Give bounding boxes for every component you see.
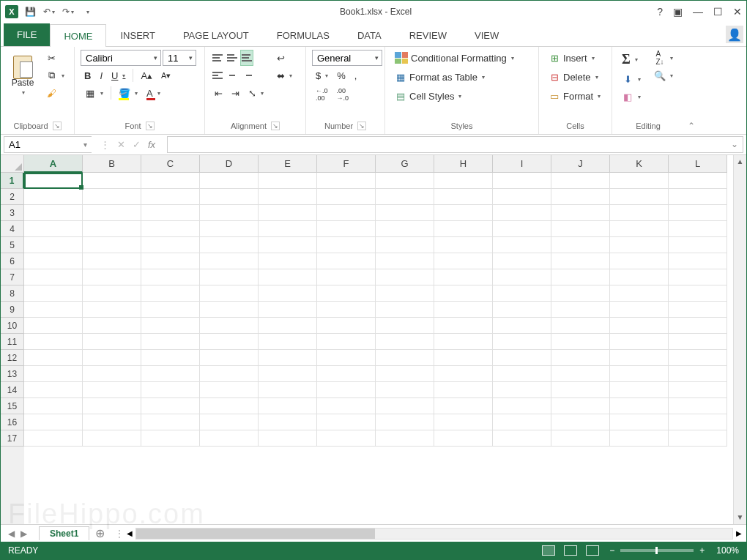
cell-G17[interactable] [376, 430, 434, 447]
cell-F5[interactable] [317, 237, 376, 253]
decrease-indent-button[interactable]: ⇤ [211, 85, 226, 101]
align-bottom-button[interactable] [240, 50, 253, 66]
hscroll-right-icon[interactable]: ▶ [736, 529, 742, 537]
cell-F6[interactable] [317, 253, 376, 269]
cell-B2[interactable] [83, 189, 141, 205]
cell-K1[interactable] [610, 173, 669, 189]
cell-L16[interactable] [669, 414, 727, 430]
cell-B17[interactable] [83, 430, 141, 447]
tab-insert[interactable]: INSERT [106, 23, 168, 46]
cell-E14[interactable] [259, 382, 317, 398]
cell-E5[interactable] [259, 237, 317, 253]
cell-A16[interactable] [24, 414, 83, 430]
view-normal-icon[interactable] [542, 545, 555, 556]
conditional-formatting-button[interactable]: Conditional Formatting▾ [391, 50, 532, 66]
tab-page-layout[interactable]: PAGE LAYOUT [169, 23, 263, 46]
cell-J8[interactable] [551, 285, 610, 302]
cell-E3[interactable] [259, 205, 317, 221]
view-page-break-icon[interactable] [586, 545, 599, 556]
cell-I16[interactable] [493, 414, 551, 430]
cell-D16[interactable] [200, 414, 259, 430]
zoom-value[interactable]: 100% [716, 545, 739, 556]
cell-D2[interactable] [200, 189, 259, 205]
qat-customize-icon[interactable]: ▾ [80, 4, 94, 19]
tab-formulas[interactable]: FORMULAS [263, 23, 343, 46]
column-header-G[interactable]: G [376, 155, 434, 173]
insert-function-icon[interactable]: fx [148, 139, 155, 150]
font-dialog-icon[interactable]: ↘ [146, 122, 155, 130]
cell-G15[interactable] [376, 398, 434, 414]
column-header-E[interactable]: E [259, 155, 317, 173]
cell-C10[interactable] [141, 318, 200, 334]
cell-B4[interactable] [83, 221, 141, 237]
cell-G11[interactable] [376, 334, 434, 350]
cell-H9[interactable] [434, 302, 493, 318]
tab-review[interactable]: REVIEW [395, 23, 461, 46]
select-all-corner[interactable] [1, 155, 24, 173]
cell-H4[interactable] [434, 221, 493, 237]
cell-D1[interactable] [200, 173, 259, 189]
collapse-ribbon-icon[interactable]: ⌃ [688, 121, 695, 131]
cell-K7[interactable] [610, 269, 669, 285]
cell-J17[interactable] [551, 430, 610, 447]
cell-B1[interactable] [83, 173, 141, 189]
cell-L10[interactable] [669, 318, 727, 334]
cell-E8[interactable] [259, 285, 317, 302]
cell-C9[interactable] [141, 302, 200, 318]
cell-I13[interactable] [493, 366, 551, 382]
cell-E4[interactable] [259, 221, 317, 237]
cell-K6[interactable] [610, 253, 669, 269]
cell-G13[interactable] [376, 366, 434, 382]
cell-I6[interactable] [493, 253, 551, 269]
cell-E11[interactable] [259, 334, 317, 350]
cell-B3[interactable] [83, 205, 141, 221]
cell-A17[interactable] [24, 430, 83, 447]
cell-K15[interactable] [610, 398, 669, 414]
cell-K17[interactable] [610, 430, 669, 447]
shrink-font-button[interactable]: A▾ [157, 67, 174, 83]
cell-C2[interactable] [141, 189, 200, 205]
help-icon[interactable]: ? [657, 6, 663, 18]
cell-C13[interactable] [141, 366, 200, 382]
cell-H1[interactable] [434, 173, 493, 189]
cell-L8[interactable] [669, 285, 727, 302]
cell-I11[interactable] [493, 334, 551, 350]
comma-button[interactable]: , [351, 67, 361, 83]
percent-button[interactable]: % [333, 67, 349, 83]
cell-A14[interactable] [24, 382, 83, 398]
borders-button[interactable]: ▦▾ [81, 85, 107, 101]
cell-H5[interactable] [434, 237, 493, 253]
cell-K2[interactable] [610, 189, 669, 205]
cell-J15[interactable] [551, 398, 610, 414]
cell-H14[interactable] [434, 382, 493, 398]
cell-J6[interactable] [551, 253, 610, 269]
cell-H10[interactable] [434, 318, 493, 334]
cell-H15[interactable] [434, 398, 493, 414]
cell-C3[interactable] [141, 205, 200, 221]
cell-I2[interactable] [493, 189, 551, 205]
cell-D15[interactable] [200, 398, 259, 414]
enter-formula-icon[interactable]: ✓ [133, 139, 141, 150]
cell-H13[interactable] [434, 366, 493, 382]
cell-K9[interactable] [610, 302, 669, 318]
sort-filter-button[interactable]: AZ↓▾ [650, 50, 677, 66]
cell-C11[interactable] [141, 334, 200, 350]
cell-K16[interactable] [610, 414, 669, 430]
cell-H16[interactable] [434, 414, 493, 430]
cell-D9[interactable] [200, 302, 259, 318]
cell-D13[interactable] [200, 366, 259, 382]
cell-B16[interactable] [83, 414, 141, 430]
row-header-15[interactable]: 15 [1, 398, 24, 414]
italic-button[interactable]: I [96, 67, 106, 83]
font-color-button[interactable]: A▾ [143, 85, 164, 101]
cell-G4[interactable] [376, 221, 434, 237]
underline-button[interactable]: U▾ [108, 67, 129, 83]
ribbon-display-icon[interactable]: ▣ [673, 6, 683, 18]
row-header-6[interactable]: 6 [1, 253, 24, 269]
cell-I8[interactable] [493, 285, 551, 302]
column-header-A[interactable]: A [24, 155, 83, 173]
orientation-button[interactable]: ⤡▾ [245, 85, 267, 101]
hscroll-left-icon[interactable]: ◀ [127, 529, 133, 537]
wrap-text-button[interactable]: ↩ [273, 50, 296, 66]
tab-home[interactable]: HOME [50, 24, 106, 47]
